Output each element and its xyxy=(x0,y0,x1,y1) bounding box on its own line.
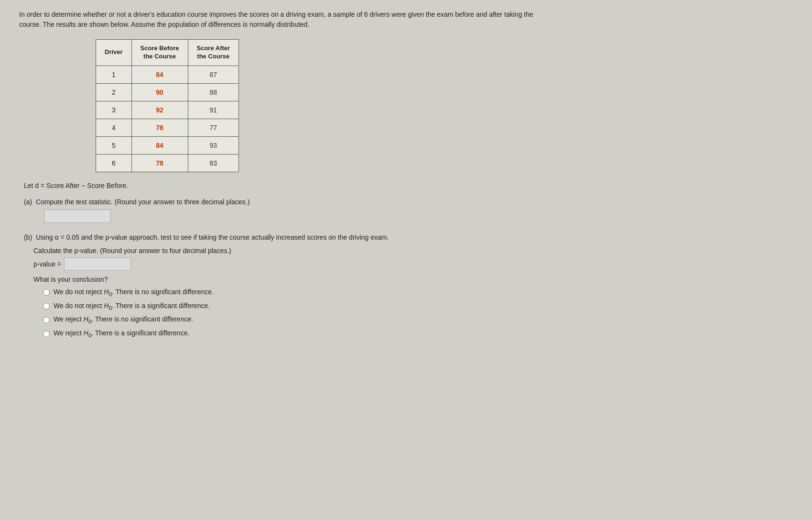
test-statistic-input[interactable] xyxy=(44,210,111,223)
header-score-before: Score Beforethe Course xyxy=(131,40,188,66)
scores-table: Driver Score Beforethe Course Score Afte… xyxy=(96,39,239,172)
cell-driver-2: 2 xyxy=(96,83,132,101)
p-value-row: p-value = xyxy=(33,257,793,271)
cell-driver-1: 1 xyxy=(96,66,132,83)
radio-opt4[interactable] xyxy=(43,331,50,337)
part-b-label: (b) xyxy=(24,233,32,241)
cell-after-4: 77 xyxy=(188,119,239,136)
part-a-label: (a) xyxy=(24,198,32,206)
part-b-question-text: Using α = 0.05 and the p-value approach,… xyxy=(36,233,389,241)
p-value-label: p-value = xyxy=(33,260,61,268)
p-value-input[interactable] xyxy=(64,257,131,271)
radio-option-1[interactable]: We do not reject H0. There is no signifi… xyxy=(43,288,793,297)
table-row: 67883 xyxy=(96,154,239,172)
cell-before-3: 92 xyxy=(131,101,188,119)
radio-opt2[interactable] xyxy=(43,303,50,310)
cell-before-6: 78 xyxy=(131,154,188,172)
header-score-after: Score Afterthe Course xyxy=(188,40,239,66)
conclusion-label: What is your conclusion? xyxy=(33,276,793,283)
part-a-input-row xyxy=(43,210,793,223)
radio-option-2[interactable]: We do not reject H0. There is a signific… xyxy=(43,302,793,311)
part-a-block: (a) Compute the test statistic. (Round y… xyxy=(24,198,793,223)
radio-opt4-label: We reject H0. There is a significant dif… xyxy=(54,329,189,338)
part-a-question-text: Compute the test statistic. (Round your … xyxy=(36,198,249,206)
cell-driver-6: 6 xyxy=(96,154,132,172)
cell-after-5: 93 xyxy=(188,136,239,154)
table-row: 47877 xyxy=(96,119,239,136)
cell-after-2: 88 xyxy=(188,83,239,101)
cell-before-5: 84 xyxy=(131,136,188,154)
cell-after-6: 83 xyxy=(188,154,239,172)
table-row: 39291 xyxy=(96,101,239,119)
cell-before-4: 78 xyxy=(131,119,188,136)
part-b-question: (b) Using α = 0.05 and the p-value appro… xyxy=(24,233,793,241)
radio-opt2-label: We do not reject H0. There is a signific… xyxy=(54,302,210,311)
part-b-block: (b) Using α = 0.05 and the p-value appro… xyxy=(24,233,793,338)
cell-after-1: 87 xyxy=(188,66,239,83)
intro-paragraph: In order to determine whether or not a d… xyxy=(19,10,545,30)
table-row: 29088 xyxy=(96,83,239,101)
cell-driver-3: 3 xyxy=(96,101,132,119)
radio-opt1-label: We do not reject H0. There is no signifi… xyxy=(54,288,214,297)
cell-before-1: 84 xyxy=(131,66,188,83)
header-driver: Driver xyxy=(96,40,132,66)
table-row: 18487 xyxy=(96,66,239,83)
data-table-container: Driver Score Beforethe Course Score Afte… xyxy=(96,39,793,172)
cell-before-2: 90 xyxy=(131,83,188,101)
p-value-question: Calculate the p-value. (Round your answe… xyxy=(33,247,793,254)
definition-text: Let d = Score After − Score Before. xyxy=(24,182,793,189)
cell-driver-4: 4 xyxy=(96,119,132,136)
part-a-question: (a) Compute the test statistic. (Round y… xyxy=(24,198,793,206)
radio-opt1[interactable] xyxy=(43,289,50,296)
radio-opt3[interactable] xyxy=(43,317,50,323)
radio-option-3[interactable]: We reject H0. There is no significant di… xyxy=(43,315,793,324)
radio-opt3-label: We reject H0. There is no significant di… xyxy=(54,315,193,324)
radio-option-4[interactable]: We reject H0. There is a significant dif… xyxy=(43,329,793,338)
cell-driver-5: 5 xyxy=(96,136,132,154)
cell-after-3: 91 xyxy=(188,101,239,119)
table-row: 58493 xyxy=(96,136,239,154)
